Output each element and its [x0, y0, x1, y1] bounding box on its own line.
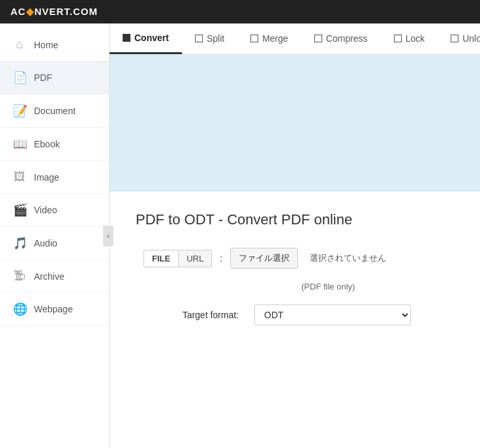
- archive-icon: 🗜: [13, 269, 26, 283]
- tab-convert[interactable]: Convert: [110, 23, 182, 54]
- format-label: Target format:: [136, 310, 247, 320]
- compress-tab-icon: [314, 35, 322, 42]
- file-tab-url[interactable]: URL: [179, 250, 211, 267]
- sidebar-item-label: Audio: [34, 238, 57, 248]
- tab-lock-label: Lock: [406, 33, 425, 44]
- main-content: Convert Split Merge Compress Lock Unloc.…: [110, 23, 480, 448]
- tab-unlock-label: Unloc...: [462, 33, 480, 44]
- audio-icon: 🎵: [13, 236, 26, 250]
- logo-accent: ◆: [26, 6, 35, 17]
- merge-tab-icon: [250, 35, 258, 42]
- format-row: Target format: ODT DOC DOCX RTF TXT: [136, 305, 454, 325]
- sidebar-item-ebook[interactable]: 📖 Ebook: [0, 128, 109, 161]
- sidebar-item-label: PDF: [34, 72, 52, 83]
- header: AC◆NVERT.COM: [0, 0, 480, 23]
- convert-tab-icon: [123, 34, 130, 42]
- unlock-tab-icon: [451, 35, 458, 42]
- image-icon: 🖼: [13, 170, 26, 184]
- sidebar-item-image[interactable]: 🖼 Image: [0, 161, 109, 194]
- home-icon: ⌂: [13, 38, 26, 52]
- sidebar-item-label: Video: [34, 205, 57, 215]
- sidebar-collapse-button[interactable]: ‹: [103, 226, 113, 246]
- video-icon: 🎬: [13, 203, 26, 217]
- tab-unlock[interactable]: Unloc...: [438, 23, 480, 54]
- sidebar-item-label: Document: [34, 106, 76, 116]
- sidebar-item-webpage[interactable]: 🌐 Webpage: [0, 293, 109, 326]
- lock-tab-icon: [394, 35, 402, 42]
- webpage-icon: 🌐: [13, 302, 26, 316]
- format-select[interactable]: ODT DOC DOCX RTF TXT: [254, 305, 411, 325]
- file-hint: (PDF file only): [301, 282, 454, 291]
- logo-nvert: NVERT.COM: [35, 6, 98, 17]
- sidebar-item-archive[interactable]: 🗜 Archive: [0, 260, 109, 293]
- file-tab-file[interactable]: FILE: [144, 250, 179, 267]
- file-url-tabs: FILE URL: [143, 250, 212, 267]
- sidebar-item-video[interactable]: 🎬 Video: [0, 194, 109, 227]
- sidebar: ⌂ Home 📄 PDF 📝 Document 📖 Ebook 🖼 Image …: [0, 23, 110, 448]
- tab-bar: Convert Split Merge Compress Lock Unloc.…: [110, 23, 480, 55]
- pdf-icon: 📄: [13, 70, 26, 85]
- tab-compress-label: Compress: [326, 33, 368, 44]
- page-title: PDF to ODT - Convert PDF online: [136, 211, 454, 228]
- sidebar-item-label: Ebook: [34, 139, 60, 149]
- sidebar-item-label: Archive: [34, 271, 65, 282]
- sidebar-item-home[interactable]: ⌂ Home: [0, 29, 109, 61]
- sidebar-item-pdf[interactable]: 📄 PDF: [0, 61, 109, 95]
- tab-convert-label: Convert: [134, 33, 169, 43]
- tab-lock[interactable]: Lock: [381, 23, 438, 54]
- colon-separator: :: [220, 253, 222, 263]
- logo-ac: AC: [10, 6, 26, 17]
- sidebar-item-label: Image: [34, 172, 59, 183]
- tab-merge[interactable]: Merge: [237, 23, 301, 54]
- sidebar-item-document[interactable]: 📝 Document: [0, 95, 109, 128]
- file-input-row: FILE URL : ファイル選択 選択されていません: [136, 248, 454, 269]
- tab-compress[interactable]: Compress: [301, 23, 381, 54]
- logo: AC◆NVERT.COM: [10, 6, 98, 18]
- layout: ⌂ Home 📄 PDF 📝 Document 📖 Ebook 🖼 Image …: [0, 23, 480, 448]
- file-status-text: 選択されていません: [310, 252, 386, 264]
- ebook-icon: 📖: [13, 137, 26, 151]
- choose-file-button[interactable]: ファイル選択: [230, 248, 298, 269]
- sidebar-item-audio[interactable]: 🎵 Audio: [0, 227, 109, 260]
- document-icon: 📝: [13, 104, 26, 118]
- tab-split-label: Split: [207, 33, 224, 44]
- sidebar-item-label: Webpage: [34, 304, 73, 314]
- tab-split[interactable]: Split: [182, 23, 237, 54]
- tab-merge-label: Merge: [262, 33, 288, 44]
- banner-area: [110, 55, 480, 192]
- sidebar-item-label: Home: [34, 40, 58, 50]
- content-area: PDF to ODT - Convert PDF online FILE URL…: [110, 192, 480, 448]
- split-tab-icon: [195, 35, 203, 42]
